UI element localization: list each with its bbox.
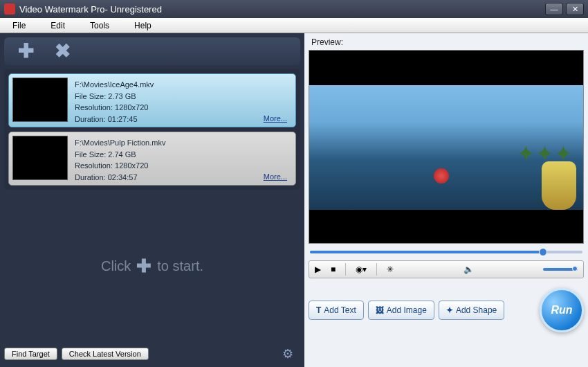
seek-thumb[interactable]: [539, 248, 547, 256]
hint-start: to start.: [157, 258, 203, 274]
file-resolution: Resolution: 1280x720: [75, 102, 154, 114]
file-size: File Size: 2.74 GB: [75, 149, 165, 161]
seek-bar[interactable]: [310, 248, 582, 256]
stop-button[interactable]: ■: [331, 265, 336, 274]
file-info: F:\Movies\Pulp Fiction.mkv File Size: 2.…: [75, 136, 165, 181]
playback-controls: ▶ ■ ◉▾ ✳ 🔈: [309, 260, 584, 278]
file-duration: Duration: 01:27:45: [75, 114, 154, 125]
window-title: Video Watermark Pro- Unregistered: [19, 4, 162, 15]
find-target-button[interactable]: Find Target: [4, 348, 57, 360]
volume-slider[interactable]: [543, 268, 578, 271]
add-file-button[interactable]: ✚: [18, 42, 34, 61]
start-hint: Click ✚ to start.: [4, 190, 300, 342]
snapshot-button[interactable]: ◉▾: [356, 265, 367, 274]
menu-help[interactable]: Help: [122, 21, 164, 30]
file-item[interactable]: F:\Movies\Pulp Fiction.mkv File Size: 2.…: [8, 132, 296, 186]
menu-file[interactable]: File: [0, 21, 38, 30]
file-thumbnail: [12, 136, 68, 180]
file-resolution: Resolution: 1280x720: [75, 160, 165, 172]
preview-label: Preview:: [309, 36, 584, 50]
file-item[interactable]: F:\Movies\IceAge4.mkv File Size: 2.73 GB…: [8, 73, 296, 127]
action-row: TAdd Text 🖼Add Image ✦Add Shape Run: [309, 288, 584, 332]
more-link[interactable]: More...: [264, 172, 287, 181]
add-text-button[interactable]: TAdd Text: [309, 301, 364, 320]
more-link[interactable]: More...: [264, 114, 287, 123]
file-toolbar: ✚ ✖: [4, 37, 300, 65]
bottom-bar: Find Target Check Latest Version ⚙: [4, 342, 300, 363]
settings-icon[interactable]: ⚙: [282, 346, 300, 361]
app-icon: [4, 3, 15, 15]
file-path: F:\Movies\IceAge4.mkv: [75, 79, 154, 91]
minimize-button[interactable]: —: [545, 3, 563, 15]
menu-edit[interactable]: Edit: [38, 21, 77, 30]
remove-file-button[interactable]: ✖: [55, 42, 71, 61]
play-button[interactable]: ▶: [315, 265, 321, 274]
file-info: F:\Movies\IceAge4.mkv File Size: 2.73 GB…: [75, 78, 154, 123]
shape-icon: ✦: [446, 305, 453, 315]
plus-icon: ✚: [136, 256, 151, 277]
file-list: F:\Movies\IceAge4.mkv File Size: 2.73 GB…: [4, 69, 300, 190]
preview-area: ✦✦✦: [309, 50, 584, 244]
preview-object: [542, 161, 576, 210]
menu-bar: File Edit Tools Help: [0, 18, 588, 33]
volume-icon[interactable]: 🔈: [463, 265, 474, 274]
title-bar: Video Watermark Pro- Unregistered — ✕: [0, 0, 588, 18]
file-size: File Size: 2.73 GB: [75, 91, 154, 102]
run-button[interactable]: Run: [540, 288, 584, 332]
left-panel: ✚ ✖ F:\Movies\IceAge4.mkv File Size: 2.7…: [0, 33, 304, 367]
add-shape-button[interactable]: ✦Add Shape: [439, 301, 504, 320]
file-duration: Duration: 02:34:57: [75, 172, 165, 184]
add-image-button[interactable]: 🖼Add Image: [368, 301, 434, 320]
menu-tools[interactable]: Tools: [77, 21, 122, 30]
check-version-button[interactable]: Check Latest Version: [62, 348, 149, 360]
file-path: F:\Movies\Pulp Fiction.mkv: [75, 137, 165, 149]
close-button[interactable]: ✕: [566, 3, 584, 15]
right-panel: Preview: ✦✦✦ ▶ ■ ◉▾ ✳ 🔈 TAdd Te: [304, 33, 588, 367]
hint-click: Click: [101, 258, 131, 274]
preview-object: [434, 168, 449, 184]
image-icon: 🖼: [376, 305, 384, 315]
file-thumbnail: [12, 78, 68, 122]
text-icon: T: [316, 305, 321, 315]
effects-button[interactable]: ✳: [387, 265, 394, 274]
